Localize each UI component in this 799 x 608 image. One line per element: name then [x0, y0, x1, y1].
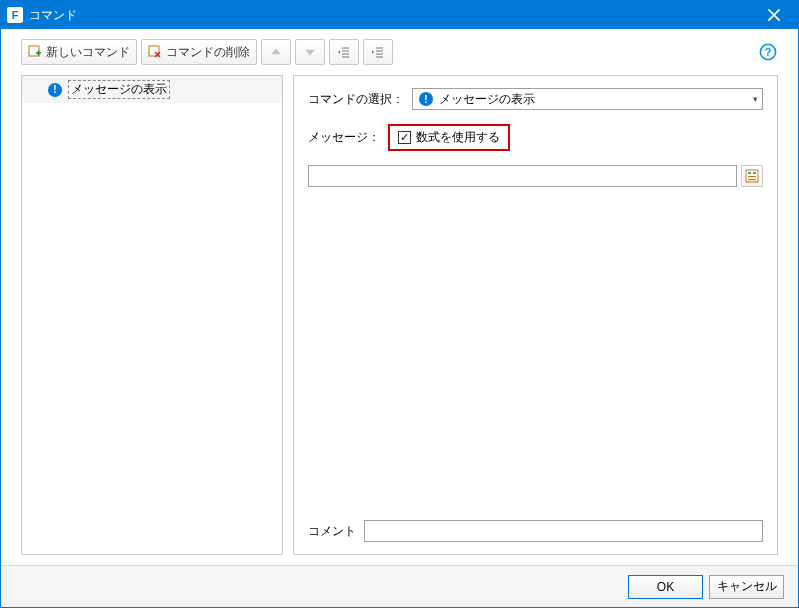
command-dialog: F コマンド 新しいコマンド コマンドの削除 ?: [0, 0, 799, 608]
help-button[interactable]: ?: [758, 42, 778, 62]
svg-rect-5: [748, 172, 751, 174]
move-down-icon: [303, 45, 317, 59]
toolbar: 新しいコマンド コマンドの削除 ?: [1, 29, 798, 75]
delete-command-label: コマンドの削除: [166, 44, 250, 61]
window-title: コマンド: [29, 7, 754, 24]
chevron-down-icon: ▾: [753, 94, 758, 104]
command-select-row: コマンドの選択： ! メッセージの表示 ▾: [308, 88, 763, 110]
dialog-footer: OK キャンセル: [1, 565, 798, 607]
use-formula-highlight: 数式を使用する: [388, 124, 510, 151]
message-input-row: [308, 165, 763, 187]
indent-right-button[interactable]: [363, 39, 393, 65]
new-command-button[interactable]: 新しいコマンド: [21, 39, 137, 65]
command-select-value: メッセージの表示: [439, 91, 535, 108]
new-command-icon: [28, 45, 42, 59]
comment-row: コメント: [308, 520, 763, 542]
cancel-button[interactable]: キャンセル: [709, 575, 784, 599]
app-icon: F: [7, 7, 23, 23]
cancel-label: キャンセル: [717, 578, 777, 595]
indent-left-icon: [337, 45, 351, 59]
tree-item-label: メッセージの表示: [68, 80, 170, 99]
ok-label: OK: [657, 580, 674, 594]
tree-item[interactable]: ! メッセージの表示: [22, 76, 282, 103]
command-select-label: コマンドの選択：: [308, 91, 404, 108]
comment-input[interactable]: [364, 520, 763, 542]
message-label: メッセージ：: [308, 129, 380, 146]
editor-panel: コマンドの選択： ! メッセージの表示 ▾ メッセージ： 数式を使用する: [293, 75, 778, 555]
svg-text:?: ?: [765, 46, 772, 58]
svg-rect-7: [748, 176, 756, 177]
new-command-label: 新しいコマンド: [46, 44, 130, 61]
move-up-icon: [269, 45, 283, 59]
use-formula-label: 数式を使用する: [416, 129, 500, 146]
help-icon: ?: [759, 43, 777, 61]
delete-command-icon: [148, 45, 162, 59]
svg-rect-6: [753, 172, 756, 174]
message-input[interactable]: [308, 165, 737, 187]
formula-editor-button[interactable]: [741, 165, 763, 187]
svg-rect-0: [29, 46, 39, 56]
message-row: メッセージ： 数式を使用する: [308, 124, 763, 151]
titlebar: F コマンド: [1, 1, 798, 29]
close-button[interactable]: [754, 1, 794, 29]
delete-command-button[interactable]: コマンドの削除: [141, 39, 257, 65]
use-formula-checkbox[interactable]: [398, 131, 411, 144]
move-up-button[interactable]: [261, 39, 291, 65]
svg-rect-8: [748, 179, 756, 180]
ok-button[interactable]: OK: [628, 575, 703, 599]
indent-right-icon: [371, 45, 385, 59]
indent-left-button[interactable]: [329, 39, 359, 65]
command-tree[interactable]: ! メッセージの表示: [21, 75, 283, 555]
close-icon: [767, 8, 781, 22]
command-select-dropdown[interactable]: ! メッセージの表示 ▾: [412, 88, 763, 110]
move-down-button[interactable]: [295, 39, 325, 65]
content-area: ! メッセージの表示 コマンドの選択： ! メッセージの表示 ▾ メッセージ： …: [1, 75, 798, 565]
comment-label: コメント: [308, 523, 356, 540]
formula-icon: [745, 169, 759, 183]
info-icon: !: [48, 83, 62, 97]
info-icon: !: [419, 92, 433, 106]
